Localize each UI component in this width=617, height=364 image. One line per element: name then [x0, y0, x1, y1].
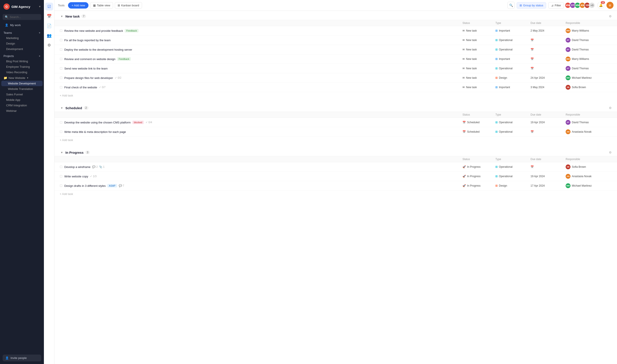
- task-due-date: 📅: [531, 39, 566, 42]
- status-text: New task: [466, 86, 477, 89]
- invite-icon: 👤: [5, 356, 9, 360]
- meta-icon: ✓ 0/4: [146, 121, 152, 124]
- task-checkbox[interactable]: ☐: [60, 165, 63, 169]
- task-name: ☐ Final check of the website ✓ 0/7: [60, 86, 463, 89]
- task-text: Send new website link to the team: [64, 67, 108, 70]
- task-type: Operational: [495, 39, 531, 42]
- filter-button[interactable]: ⊿ Filter: [548, 2, 564, 9]
- settings-icon-button[interactable]: ⚙: [45, 41, 53, 49]
- section-header-new-task: ▾ New task 7 ⚙: [55, 11, 617, 20]
- add-task-button-new-task[interactable]: + Add task: [55, 92, 617, 99]
- type-text: Operational: [499, 39, 512, 42]
- task-checkbox[interactable]: ☐: [60, 57, 63, 61]
- calendar-icon-button[interactable]: 📅: [45, 12, 53, 20]
- marketing-label: Marketing: [6, 36, 19, 40]
- task-checkbox[interactable]: ☐: [60, 121, 63, 124]
- task-status: 🚀 In Progress: [463, 175, 495, 178]
- task-checkbox[interactable]: ☐: [60, 184, 63, 187]
- task-due-date: 3 May 2024: [531, 86, 566, 89]
- responsible-name: David Thomas: [572, 39, 589, 42]
- add-new-button[interactable]: + Add new: [68, 2, 88, 9]
- task-checkbox[interactable]: ☐: [60, 86, 63, 89]
- task-row[interactable]: ☐ Review and comment on website design F…: [55, 54, 617, 64]
- status-icon: 📅: [463, 121, 466, 124]
- task-row[interactable]: ☐ Prepare design files for web developer…: [55, 73, 617, 83]
- task-checkbox[interactable]: ☐: [60, 38, 63, 42]
- add-team-button[interactable]: +: [39, 31, 40, 34]
- section-settings-scheduled[interactable]: ⚙: [609, 106, 612, 110]
- sidebar-item-mywork[interactable]: 👤 My work: [1, 22, 42, 28]
- task-due-date: 24 Apr 2024: [531, 76, 566, 79]
- section-title-new-task: New task: [65, 14, 80, 18]
- add-task-button-scheduled[interactable]: + Add task: [55, 137, 617, 143]
- search-bar[interactable]: 🔍 Search...: [3, 14, 41, 20]
- status-icon: ✉: [463, 39, 465, 42]
- task-row[interactable]: ☐ Develop the website using the chosen C…: [55, 118, 617, 127]
- task-checkbox[interactable]: ☐: [60, 76, 63, 80]
- people-icon-button[interactable]: 👥: [45, 32, 53, 39]
- kanban-board-button[interactable]: ⊞ Kanban board: [115, 2, 142, 9]
- sidebar-item-website-development[interactable]: Website Development: [1, 81, 42, 86]
- sidebar-item-video-recording[interactable]: Video Recording: [0, 69, 44, 75]
- invite-people-button[interactable]: 👤 Invite people: [3, 355, 41, 361]
- task-due-date: 19 Apr 2024: [531, 121, 566, 124]
- add-task-button-in-progress[interactable]: + Add task: [55, 191, 617, 197]
- section-settings-new-task[interactable]: ⚙: [609, 14, 612, 18]
- task-checkbox[interactable]: ☐: [60, 175, 63, 178]
- sidebar-item-development[interactable]: Development: [0, 46, 44, 52]
- sidebar-item-mobile-app[interactable]: Mobile App: [0, 97, 44, 103]
- task-due-date: 📅: [531, 165, 566, 169]
- task-row[interactable]: ☐ Final check of the website ✓ 0/7 ✉ New…: [55, 83, 617, 92]
- sidebar-item-employee-training[interactable]: Employee Training: [0, 64, 44, 69]
- task-name: ☐ Fix all the bugs reported by the team: [60, 38, 463, 42]
- type-dot: [495, 49, 498, 51]
- sidebar-item-crm[interactable]: CRM Integration: [0, 103, 44, 108]
- task-row[interactable]: ☐ Send new website link to the team ✉ Ne…: [55, 64, 617, 73]
- section-settings-in-progress[interactable]: ⚙: [609, 151, 612, 154]
- group-by-status-button[interactable]: ⊞ Group by status: [517, 2, 546, 9]
- section-toggle-in-progress[interactable]: ▾: [60, 150, 64, 154]
- task-row[interactable]: ☐ Develop a wireframe 💬 2📎 1 🚀 In Progre…: [55, 162, 617, 172]
- task-checkbox[interactable]: ☐: [60, 29, 63, 32]
- status-icon: ✉: [463, 86, 465, 89]
- task-row[interactable]: ☐ Fix all the bugs reported by the team …: [55, 36, 617, 45]
- section-count-new-task: 7: [82, 14, 86, 18]
- col-headers-in-progress: StatusTypeDue dateResponsible: [55, 156, 617, 162]
- task-name: ☐ Send new website link to the team: [60, 67, 463, 70]
- add-project-button[interactable]: +: [39, 54, 40, 58]
- task-row[interactable]: ☐ Write meta title & meta description fo…: [55, 127, 617, 137]
- tools-label: Tools: [58, 4, 65, 7]
- task-row[interactable]: ☐ Review the new website and provide fee…: [55, 26, 617, 36]
- task-responsible: AN Anastasia Novak: [566, 174, 605, 179]
- task-row[interactable]: ☐ Design drafts in 3 different styles AS…: [55, 181, 617, 191]
- task-checkbox[interactable]: ☐: [60, 48, 63, 51]
- sidebar-item-webinar[interactable]: Webinar: [0, 108, 44, 114]
- sidebar-item-new-website[interactable]: 📁 New Website ▾: [0, 75, 44, 81]
- task-name: ☐ Develop the website using the chosen C…: [60, 121, 463, 124]
- notification-button[interactable]: 🔔 12: [597, 2, 604, 9]
- sidebar-item-sales-funnel[interactable]: Sales Funnel: [0, 92, 44, 97]
- task-row[interactable]: ☐ Deploy the website to the development …: [55, 45, 617, 54]
- sidebar-item-design[interactable]: Design: [0, 41, 44, 46]
- section-toggle-new-task[interactable]: ▾: [60, 14, 64, 18]
- user-avatar[interactable]: U: [606, 2, 614, 9]
- section-title-in-progress: In Progress: [65, 151, 84, 154]
- task-checkbox[interactable]: ☐: [60, 130, 63, 133]
- sidebar-item-blog-post[interactable]: Blog Post Writing: [0, 59, 44, 64]
- section-title-scheduled: Scheduled: [65, 106, 82, 110]
- type-dot: [495, 175, 498, 177]
- filter-icon: ⊿: [551, 4, 554, 7]
- tasks-icon-button[interactable]: ☑: [45, 3, 53, 11]
- table-view-button[interactable]: ▦ Table view: [90, 2, 113, 9]
- app-logo[interactable]: G GIM Agency ▾: [0, 0, 44, 13]
- sidebar-item-marketing[interactable]: Marketing: [0, 35, 44, 41]
- task-row[interactable]: ☐ Write website copy ✓ 1/3 🚀 In Progress…: [55, 172, 617, 181]
- search-button[interactable]: 🔍: [507, 2, 515, 9]
- sidebar-item-website-translation[interactable]: Website Translation: [0, 86, 44, 92]
- section-toggle-scheduled[interactable]: ▾: [60, 106, 64, 110]
- task-checkbox[interactable]: ☐: [60, 67, 63, 70]
- task-name: ☐ Review the new website and provide fee…: [60, 29, 463, 32]
- task-status: ✉ New task: [463, 29, 495, 32]
- responsible-name: Marry Williams: [572, 57, 589, 61]
- docs-icon-button[interactable]: 📄: [45, 22, 53, 30]
